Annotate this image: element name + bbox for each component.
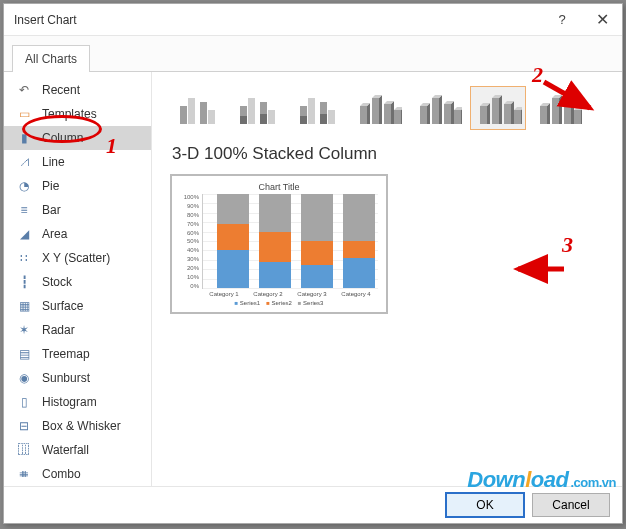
svg-marker-20 bbox=[379, 95, 382, 124]
svg-rect-15 bbox=[320, 114, 327, 124]
column-subtype-4[interactable] bbox=[410, 86, 466, 130]
chart-preview[interactable]: Chart Title 100%90%80%70%60%50%40%30%20%… bbox=[170, 174, 388, 314]
svg-rect-8 bbox=[240, 116, 247, 124]
column-subtype-6[interactable] bbox=[530, 86, 586, 130]
scatter-icon: ∷ bbox=[16, 250, 32, 266]
svg-rect-5 bbox=[248, 98, 255, 124]
templates-icon: ▭ bbox=[16, 106, 32, 122]
annotation-arrow-3 bbox=[512, 257, 572, 291]
subtype-title: 3-D 100% Stacked Column bbox=[172, 144, 608, 164]
sunburst-icon: ◉ bbox=[16, 370, 32, 386]
sidebar-item-stock[interactable]: ┇Stock bbox=[4, 270, 151, 294]
svg-marker-63 bbox=[574, 107, 582, 110]
svg-rect-40 bbox=[480, 106, 487, 124]
sidebar-item-treemap[interactable]: ▤Treemap bbox=[4, 342, 151, 366]
sidebar-item-templates[interactable]: ▭Templates bbox=[4, 102, 151, 126]
sidebar-item-column[interactable]: ▮Column bbox=[4, 126, 151, 150]
sidebar-item-label: Area bbox=[42, 227, 67, 241]
svg-marker-51 bbox=[514, 107, 522, 110]
column-subtype-5[interactable] bbox=[470, 86, 526, 130]
area-icon: ◢ bbox=[16, 226, 32, 242]
sidebar-item-label: X Y (Scatter) bbox=[42, 251, 110, 265]
column-subtype-3[interactable] bbox=[350, 86, 406, 130]
column-subtype-0[interactable] bbox=[170, 86, 226, 130]
sidebar-item-boxwhisker[interactable]: ⊟Box & Whisker bbox=[4, 414, 151, 438]
svg-rect-61 bbox=[574, 110, 581, 124]
sidebar-item-area[interactable]: ◢Area bbox=[4, 222, 151, 246]
sidebar-item-label: Combo bbox=[42, 467, 81, 481]
sidebar-item-label: Bar bbox=[42, 203, 61, 217]
tab-all-charts[interactable]: All Charts bbox=[12, 45, 90, 72]
column-subtype-1[interactable] bbox=[230, 86, 286, 130]
sidebar-item-radar[interactable]: ✶Radar bbox=[4, 318, 151, 342]
insert-chart-dialog: Insert Chart ? ✕ All Charts ↶Recent▭Temp… bbox=[3, 3, 623, 524]
sidebar-item-label: Treemap bbox=[42, 347, 90, 361]
chart-preview-title: Chart Title bbox=[180, 182, 378, 192]
sidebar-item-bar[interactable]: ≡Bar bbox=[4, 198, 151, 222]
sidebar-item-label: Histogram bbox=[42, 395, 97, 409]
main-panel: 3-D 100% Stacked Column Chart Title 100%… bbox=[152, 72, 622, 486]
waterfall-icon: ⿲ bbox=[16, 442, 32, 458]
radar-icon: ✶ bbox=[16, 322, 32, 338]
sidebar-item-combo[interactable]: ⩩Combo bbox=[4, 462, 151, 486]
svg-rect-31 bbox=[432, 98, 439, 124]
svg-rect-37 bbox=[454, 110, 461, 124]
x-axis-labels: Category 1Category 2Category 3Category 4 bbox=[180, 291, 378, 297]
bar-3 bbox=[301, 194, 333, 288]
svg-marker-35 bbox=[451, 101, 454, 124]
svg-rect-28 bbox=[420, 106, 427, 124]
svg-rect-25 bbox=[394, 110, 401, 124]
subtype-row bbox=[170, 82, 608, 140]
svg-marker-27 bbox=[394, 107, 402, 110]
column-icon: ▮ bbox=[16, 130, 32, 146]
sidebar-item-histogram[interactable]: ▯Histogram bbox=[4, 390, 151, 414]
chart-body: 100%90%80%70%60%50%40%30%20%10%0% bbox=[180, 194, 378, 289]
sidebar-item-pie[interactable]: ◔Pie bbox=[4, 174, 151, 198]
svg-marker-32 bbox=[439, 95, 442, 124]
sidebar-item-label: Radar bbox=[42, 323, 75, 337]
svg-rect-16 bbox=[360, 106, 367, 124]
svg-marker-39 bbox=[454, 107, 462, 110]
svg-rect-14 bbox=[300, 116, 307, 124]
sidebar-item-recent[interactable]: ↶Recent bbox=[4, 78, 151, 102]
sidebar-item-label: Box & Whisker bbox=[42, 419, 121, 433]
sidebar-item-surface[interactable]: ▦Surface bbox=[4, 294, 151, 318]
column-subtype-2[interactable] bbox=[290, 86, 346, 130]
svg-rect-55 bbox=[552, 98, 559, 124]
svg-rect-19 bbox=[372, 98, 379, 124]
help-button[interactable]: ? bbox=[542, 4, 582, 36]
svg-marker-44 bbox=[499, 95, 502, 124]
bar-icon: ≡ bbox=[16, 202, 32, 218]
tab-strip: All Charts bbox=[4, 36, 622, 71]
svg-rect-13 bbox=[328, 110, 335, 124]
close-button[interactable]: ✕ bbox=[582, 4, 622, 36]
boxwhisker-icon: ⊟ bbox=[16, 418, 32, 434]
sidebar-item-waterfall[interactable]: ⿲Waterfall bbox=[4, 438, 151, 462]
sidebar-item-label: Stock bbox=[42, 275, 72, 289]
sidebar-item-line[interactable]: ⩘Line bbox=[4, 150, 151, 174]
svg-rect-0 bbox=[180, 106, 187, 124]
svg-rect-1 bbox=[188, 98, 195, 124]
svg-rect-2 bbox=[200, 102, 207, 124]
svg-marker-59 bbox=[571, 101, 574, 124]
sidebar-item-scatter[interactable]: ∷X Y (Scatter) bbox=[4, 246, 151, 270]
window-title: Insert Chart bbox=[14, 13, 77, 27]
cancel-button[interactable]: Cancel bbox=[532, 493, 610, 517]
line-icon: ⩘ bbox=[16, 154, 32, 170]
sidebar-item-label: Column bbox=[42, 131, 83, 145]
svg-marker-41 bbox=[487, 103, 490, 124]
svg-marker-29 bbox=[427, 103, 430, 124]
recent-icon: ↶ bbox=[16, 82, 32, 98]
chart-category-sidebar: ↶Recent▭Templates▮Column⩘Line◔Pie≡Bar◢Ar… bbox=[4, 72, 152, 486]
svg-rect-11 bbox=[308, 98, 315, 124]
treemap-icon: ▤ bbox=[16, 346, 32, 362]
histogram-icon: ▯ bbox=[16, 394, 32, 410]
chart-legend: Series1Series2Series3 bbox=[180, 300, 378, 306]
sidebar-item-sunburst[interactable]: ◉Sunburst bbox=[4, 366, 151, 390]
annotation-label-3: 3 bbox=[562, 232, 573, 258]
svg-rect-22 bbox=[384, 104, 391, 124]
svg-marker-17 bbox=[367, 103, 370, 124]
svg-marker-47 bbox=[511, 101, 514, 124]
svg-rect-58 bbox=[564, 104, 571, 124]
ok-button[interactable]: OK bbox=[446, 493, 524, 517]
